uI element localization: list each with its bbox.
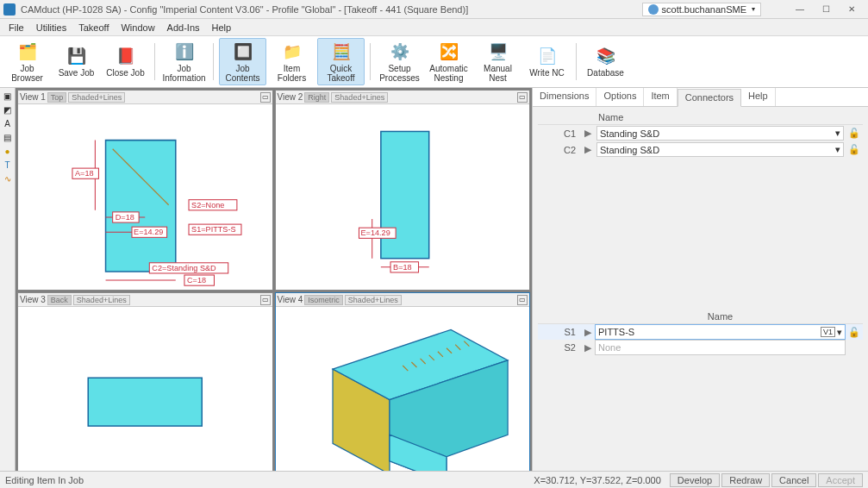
save-icon: 💾 [66,45,88,67]
menu-file[interactable]: File [3,21,29,34]
connector-c1-label: C1 [538,125,581,142]
database-icon: 📚 [595,45,617,67]
maximize-button[interactable]: ☐ [813,1,839,18]
minimize-button[interactable]: — [787,1,813,18]
dim-C: C=18 [187,276,206,285]
tab-options[interactable]: Options [596,88,644,106]
write-nc-button[interactable]: 📄Write NC [523,38,571,85]
manual-nest-button[interactable]: 🖥️Manual Nest [474,38,521,85]
lock-icon[interactable]: 🔓 [846,125,863,142]
save-job-button[interactable]: 💾Save Job [53,38,100,85]
svg-marker-0 [106,141,176,272]
ls-hatch-icon[interactable]: ▤ [2,131,14,143]
accept-button[interactable]: Accept [818,473,863,487]
manual-nest-icon: 🖥️ [487,41,509,63]
viewports: View 1 Top Shaded+Lines ▭ A=18 [16,88,532,471]
toolbar: 🗂️Job Browser 💾Save Job 📕Close Job ℹ️Job… [0,36,868,88]
redraw-button[interactable]: Redraw [721,473,770,487]
play-icon[interactable]: ▶ [581,324,595,341]
lock-icon[interactable]: 🔓 [846,324,863,341]
menu-help[interactable]: Help [207,21,237,34]
seams-header: Name [595,310,846,324]
ls-text-icon[interactable]: A [2,117,14,129]
gears-icon: ⚙️ [389,41,411,63]
menu-addins[interactable]: Add-Ins [162,21,205,34]
properties-panel: Dimensions Options Item Connectors Help … [532,88,868,471]
view-3[interactable]: View 3 Back Shaded+Lines ▭ [17,292,273,471]
dim-D: D=18 [116,213,134,222]
item-folders-button[interactable]: 📁Item Folders [268,38,315,85]
dim-C2: C2=Standing S&D [152,264,216,272]
view3-label: View 3 [20,295,46,304]
view3-orientation[interactable]: Back [47,295,72,305]
job-information-button[interactable]: ℹ️Job Information [160,38,208,85]
view-4[interactable]: View 4 Isometric Shaded+Lines ▭ [275,292,531,471]
view1-shading[interactable]: Shaded+Lines [68,92,125,103]
view2-label: View 2 [278,92,303,102]
tab-dimensions[interactable]: Dimensions [533,88,596,106]
tab-item[interactable]: Item [644,88,677,106]
view2-orientation[interactable]: Right [304,92,329,103]
tab-connectors[interactable]: Connectors [678,89,741,107]
view3-shading[interactable]: Shaded+Lines [73,295,130,305]
properties-tabs: Dimensions Options Item Connectors Help [533,88,868,107]
connectors-section: Name C1 ▶ Standing S&D▾ 🔓 C2 ▶ Standing … [533,107,868,161]
view1-orientation[interactable]: Top [47,92,67,103]
play-icon[interactable]: ▶ [581,340,595,355]
coordinates: X=30.712, Y=37.522, Z=0.000 [534,475,661,485]
view4-orientation[interactable]: Isometric [304,295,343,305]
chevron-down-icon: ▾ [835,144,840,155]
cancel-button[interactable]: Cancel [771,473,816,487]
view3-maximize[interactable]: ▭ [260,295,271,305]
job-browser-button[interactable]: 🗂️Job Browser [3,38,51,85]
close-job-button[interactable]: 📕Close Job [102,38,149,85]
ls-circle-icon[interactable]: ● [2,145,14,157]
ls-pointer-icon[interactable]: ▣ [2,90,14,102]
dim-B: B=18 [393,263,412,272]
ls-tag-icon[interactable]: T [2,159,14,171]
develop-button[interactable]: Develop [670,473,720,487]
close-button[interactable]: ✕ [839,1,865,18]
left-tool-strip: ▣ ◩ A ▤ ● T ∿ [0,88,16,471]
ls-select-icon[interactable]: ◩ [2,103,14,116]
view-2[interactable]: View 2 Right Shaded+Lines ▭ E=14.29 B=18 [275,90,531,291]
view1-maximize[interactable]: ▭ [260,92,271,103]
chevron-down-icon: ▾ [835,128,840,139]
menu-takeoff[interactable]: Takeoff [73,21,114,34]
quick-takeoff-button[interactable]: 🧮Quick Takeoff [317,38,365,85]
dim-S1: S1=PITTS-S [191,225,235,234]
view4-label: View 4 [278,295,303,304]
seam-s1-label: S1 [538,324,581,341]
menu-window[interactable]: Window [116,21,159,34]
seam-row-s1: S1 ▶ PITTS-SV1▾ 🔓 [538,324,863,341]
seam-row-s2: S2 ▶ None [538,340,863,355]
connector-c2-combo[interactable]: Standing S&D▾ [596,142,844,157]
seam-s2-label: S2 [538,340,581,355]
job-contents-button[interactable]: 🔲Job Contents [219,38,266,85]
user-menu[interactable]: scott.buchananSME [642,3,761,16]
chevron-down-icon: ▾ [837,327,842,338]
view4-shading[interactable]: Shaded+Lines [345,295,402,305]
menu-utilities[interactable]: Utilities [31,21,72,34]
connector-c1-combo[interactable]: Standing S&D▾ [596,126,844,141]
tab-help[interactable]: Help [741,88,776,106]
database-button[interactable]: 📚Database [582,38,629,85]
lock-icon[interactable]: 🔓 [846,141,863,158]
setup-processes-button[interactable]: ⚙️Setup Processes [376,38,423,85]
play-icon[interactable]: ▶ [581,141,595,158]
job-browser-icon: 🗂️ [16,41,39,63]
dim-E2: E=14.29 [360,228,390,237]
seam-s2-combo[interactable]: None [595,340,846,355]
dim-A: A=18 [75,169,94,178]
takeoff-icon: 🧮 [330,41,353,63]
view4-maximize[interactable]: ▭ [517,295,528,305]
contents-icon: 🔲 [232,41,254,63]
svg-rect-12 [380,131,428,258]
view-1[interactable]: View 1 Top Shaded+Lines ▭ A=18 [17,90,273,291]
view2-maximize[interactable]: ▭ [517,92,528,103]
play-icon[interactable]: ▶ [581,125,595,142]
seam-s1-combo[interactable]: PITTS-SV1▾ [595,324,846,340]
automatic-nesting-button[interactable]: 🔀Automatic Nesting [425,38,472,85]
ls-curve-icon[interactable]: ∿ [2,172,14,185]
view2-shading[interactable]: Shaded+Lines [331,92,388,103]
